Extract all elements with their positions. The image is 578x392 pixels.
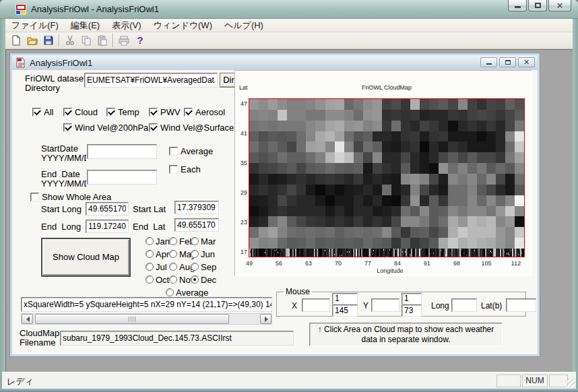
minimize-icon: [515, 6, 521, 8]
mouse-y-input[interactable]: [371, 298, 399, 312]
checkbox-wind-surface[interactable]: Wind Vel@Surface: [149, 123, 234, 133]
radio-icon: [191, 275, 199, 284]
help-button[interactable]: ?: [132, 33, 148, 48]
x-tick: 49: [240, 260, 258, 267]
x-tick: 105: [478, 260, 495, 267]
resize-grip[interactable]: [566, 379, 575, 388]
checkbox-aerosol[interactable]: Aerosol: [184, 108, 225, 117]
start-date-label: StartDateYYYY/MM/DD: [41, 144, 86, 163]
checkbox-icon: [169, 165, 178, 174]
dataset-directory-input[interactable]: [84, 73, 218, 88]
status-ready-text: レディ: [7, 376, 34, 388]
cloudmap-canvas[interactable]: [249, 99, 524, 257]
child-titlebar[interactable]: AnalysisFriOwl1 ✕: [12, 55, 538, 70]
horizontal-scrollbar[interactable]: [21, 313, 272, 325]
child-close-button[interactable]: ✕: [518, 57, 535, 67]
toolbar-separator: [59, 34, 60, 47]
mouse-x-input[interactable]: [302, 298, 330, 312]
print-button[interactable]: [116, 33, 132, 48]
checkbox-average[interactable]: Average: [169, 147, 213, 156]
radio-icon: [191, 250, 199, 258]
info-output: xSquareWidth=5 ySquareHeight=5 nX=29 nY=…: [21, 297, 272, 312]
child-minimize-button[interactable]: [480, 57, 497, 67]
close-icon: ✕: [556, 1, 564, 10]
radio-icon: [146, 250, 154, 258]
start-lat-input[interactable]: [174, 201, 219, 214]
checkbox-all-label: All: [44, 107, 53, 117]
toolbar-separator: [113, 34, 114, 47]
checkbox-cloud-label: Cloud: [75, 107, 98, 117]
scroll-left-button[interactable]: [22, 314, 33, 324]
dataset-directory-label: FriOWL datasetDirectory: [25, 74, 86, 93]
mouse-long-input[interactable]: [451, 298, 477, 312]
checkbox-average-label: Average: [181, 146, 213, 156]
child-maximize-button[interactable]: [499, 57, 516, 67]
end-long-input[interactable]: [86, 220, 129, 233]
maximize-icon: [505, 60, 511, 65]
radio-oct[interactable]: Oct: [146, 275, 169, 285]
show-cloud-map-button[interactable]: Show Cloud Map: [41, 238, 131, 277]
checkbox-pwv[interactable]: PWV: [149, 108, 181, 117]
x-tick: 77: [359, 260, 377, 267]
radio-mar[interactable]: Mar: [191, 237, 216, 247]
cloudmap-filename-input[interactable]: [60, 331, 294, 346]
start-date-label-line2: YYYY/MM/DD: [41, 153, 86, 163]
start-long-input[interactable]: [86, 202, 129, 216]
menu-item-file[interactable]: ファイル(F): [5, 18, 65, 33]
save-button[interactable]: [40, 33, 57, 48]
window-border-right: [573, 19, 578, 389]
new-button[interactable]: [8, 33, 24, 48]
end-lat-label: End Lat: [133, 222, 165, 232]
radio-jul-label: Jul: [156, 262, 167, 272]
menu-item-window[interactable]: ウィンドウ(W): [148, 18, 218, 33]
minimize-button[interactable]: [508, 0, 527, 11]
mouse-y-label: Y: [363, 301, 368, 311]
cloudmap-title: FriOWL CloudMap: [346, 84, 427, 91]
scrollbar-thumb[interactable]: [35, 314, 229, 324]
cut-icon: [65, 35, 75, 46]
checkbox-cloud[interactable]: Cloud: [63, 108, 98, 117]
menu-item-edit[interactable]: 編集(E): [65, 18, 106, 33]
radio-jan[interactable]: Jan: [146, 237, 170, 247]
menu-item-help[interactable]: ヘルプ(H): [218, 18, 269, 33]
end-date-input[interactable]: [87, 170, 157, 185]
paste-button[interactable]: [94, 33, 110, 48]
cloudmap-filename-label-line1: CloudMap: [20, 328, 59, 338]
radio-icon: [146, 237, 154, 245]
radio-dec[interactable]: Dec: [191, 275, 216, 285]
lat-axis-label: Lat: [239, 84, 248, 91]
mouse-lat-input[interactable]: [506, 298, 536, 312]
longitude-axis-label: Longitude: [366, 267, 414, 274]
open-button[interactable]: [24, 33, 40, 48]
radio-icon: [166, 288, 174, 296]
child-client-area: FriOWL datasetDirectory Dir All Cloud Te…: [12, 70, 538, 354]
radio-apr[interactable]: Apr: [146, 250, 169, 259]
checkbox-each[interactable]: Each: [169, 165, 201, 174]
radio-average[interactable]: Average: [166, 288, 208, 298]
close-button[interactable]: ✕: [548, 0, 571, 11]
radio-jun[interactable]: Jun: [191, 250, 215, 259]
copy-button[interactable]: [78, 33, 94, 48]
status-pane: [549, 374, 568, 387]
checkbox-temp-label: Temp: [118, 107, 139, 117]
checkbox-wind-200hpa[interactable]: Wind Vel@200hPa: [63, 123, 148, 133]
end-lat-input[interactable]: [174, 218, 219, 232]
checkbox-temp[interactable]: Temp: [106, 108, 139, 117]
dataset-directory-label-line2: Directory: [25, 83, 60, 93]
statusbar: レディ NUM: [2, 372, 576, 389]
radio-icon: [191, 263, 199, 271]
checkbox-all[interactable]: All: [32, 108, 53, 117]
start-date-input[interactable]: [87, 144, 157, 159]
cloudmap-filename-label: CloudMapFilename: [20, 329, 59, 348]
cut-button[interactable]: [62, 33, 78, 48]
scroll-right-button[interactable]: [260, 314, 271, 324]
radio-icon: [169, 275, 177, 284]
maximize-button[interactable]: [528, 0, 547, 11]
radio-jul[interactable]: Jul: [146, 263, 167, 272]
window-border-left: [0, 19, 5, 389]
menu-item-view[interactable]: 表示(V): [106, 18, 147, 33]
checkbox-show-whole-area[interactable]: Show Whole Area: [30, 193, 111, 202]
window-titlebar[interactable]: AnalysisFriOwl - AnalysisFriOwl1 ✕: [0, 0, 578, 19]
arrow-right-icon: [265, 317, 271, 322]
radio-sep[interactable]: Sep: [191, 263, 216, 272]
